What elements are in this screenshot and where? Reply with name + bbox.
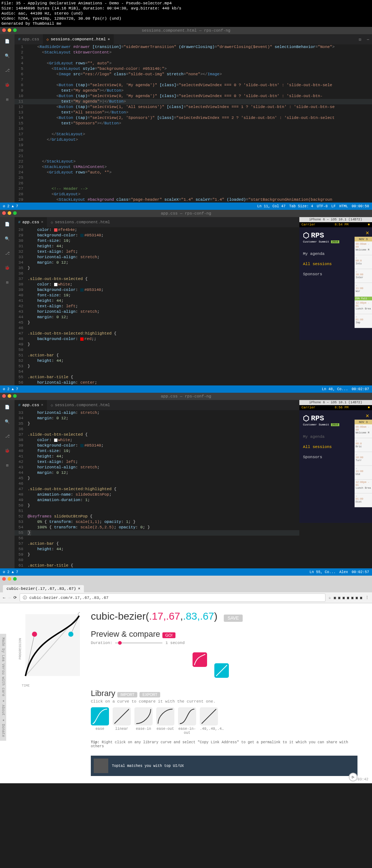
duration-control: Duration: 1 second: [91, 641, 357, 645]
code-editor[interactable]: 1 <RadSideDrawer #drawer [transition]="s…: [15, 44, 372, 203]
reload-icon[interactable]: ⟳: [13, 595, 17, 600]
donate-sidebar[interactable]: Made by Lea Verou with care ★ About ★ Do…: [0, 634, 6, 741]
status-line-ending[interactable]: LF: [331, 204, 336, 208]
status-errors[interactable]: ⊘ 2 ▲ 7: [3, 387, 18, 391]
event-item[interactable]: 08:00am - 09Welcome M: [355, 424, 372, 438]
event-item[interactable]: 12:00pm - 01Lunch Brea: [355, 480, 372, 493]
extensions-icon[interactable]: ⊞: [3, 95, 11, 103]
search-icon[interactable]: 🔍: [3, 417, 11, 425]
footer-ad[interactable]: Toptal matches you with top UI/UX: [91, 756, 357, 776]
menu-icon[interactable]: ⋮: [365, 595, 369, 600]
explorer-icon[interactable]: 📄: [3, 403, 11, 411]
browser-toolbar: ← → ⟳ ⓘ cubic-bezier.com/#.17,.67,.83,.6…: [0, 592, 372, 603]
tab-app-css[interactable]: #app.css×: [15, 217, 47, 227]
curve-ease-in-out[interactable]: ease-in-out: [178, 707, 196, 735]
curve-ease-out[interactable]: ease-out: [156, 707, 174, 735]
status-bar: ⊘ 2 ▲ 7 Ln 48, Co...00:02:07: [0, 385, 372, 393]
close-icon[interactable]: ×: [365, 413, 369, 420]
event-item[interactable]: 08:00am - 09Welcome M: [355, 241, 372, 255]
close-icon[interactable]: ×: [78, 587, 80, 591]
extensions-icons[interactable]: ▣ ▣ ▣ ▣ ▣ ▣ ▣: [334, 596, 362, 600]
status-line-col[interactable]: Ln 48, Co...: [322, 387, 348, 391]
bezier-curve-editor[interactable]: PROGRESSION TIME: [15, 611, 80, 683]
search-icon[interactable]: 🔍: [3, 52, 11, 60]
git-icon[interactable]: ⎇: [3, 432, 11, 440]
sim-event-list: NOV 3 08:00am - 09Welcome M ☆09:0Intu ☆1…: [355, 237, 372, 328]
control-point-2[interactable]: [68, 632, 73, 637]
status-encoding[interactable]: UTF-8: [317, 204, 328, 208]
control-point-1[interactable]: [32, 632, 37, 637]
tab-sessions-html[interactable]: ◇sessions.component.html●: [43, 34, 114, 44]
event-item[interactable]: ☆09:0Bric: [355, 438, 372, 452]
x-axis-label: TIME: [22, 684, 30, 688]
curve-ease[interactable]: ease: [91, 707, 109, 735]
close-icon[interactable]: ×: [41, 220, 44, 224]
event-item[interactable]: ☆01:00Dist: [355, 493, 372, 507]
event-item[interactable]: ☆10:00Inter: [355, 269, 372, 283]
explorer-icon[interactable]: 📄: [3, 220, 11, 228]
export-button[interactable]: EXPORT: [140, 692, 160, 697]
sim-statusbar: Carrier8:54 PM■: [299, 222, 372, 227]
titlebar: app.css — rps-conf-ng: [0, 393, 372, 400]
curve-custom[interactable]: .49,.49,.4…: [200, 707, 218, 735]
titlebar: app.css — rps-conf-ng: [0, 210, 372, 217]
status-tab-size[interactable]: Tab Size: 4: [289, 204, 313, 208]
curve-ease-in[interactable]: ease-in: [134, 707, 153, 735]
play-icon[interactable]: ▷: [349, 773, 357, 781]
back-icon[interactable]: ←: [3, 596, 5, 600]
event-item[interactable]: 12:00pm - 01Lunch Brea: [355, 300, 372, 314]
status-errors[interactable]: ⊘ 2 ▲ 7: [3, 570, 18, 574]
extensions-icon[interactable]: ⊞: [3, 278, 11, 286]
file-name: File: 35 - Applying Declarative Animatio…: [1, 1, 371, 6]
sim-device-label: iPhone 6 – iOS 10.1 (14B72): [299, 217, 372, 222]
window-controls[interactable]: [2, 28, 17, 32]
ios-simulator: iPhone 6 – iOS 10.1 (14B72) Carrier8:54 …: [299, 217, 372, 344]
status-line-col[interactable]: Ln 55, Co...: [310, 570, 336, 574]
debug-icon[interactable]: 🐞: [3, 264, 11, 272]
minimize-icon[interactable]: [8, 28, 11, 32]
more-icon[interactable]: ⋯: [364, 35, 372, 43]
maximize-icon[interactable]: [13, 28, 17, 32]
curve-library: ease linear ease-in ease-out ease-in-out…: [91, 707, 357, 735]
star-icon[interactable]: ☆: [328, 595, 331, 600]
close-icon[interactable]: ×: [41, 403, 44, 407]
git-icon[interactable]: ⎇: [3, 66, 11, 74]
tab-dirty-icon[interactable]: ●: [108, 37, 110, 41]
window-title: sessions.component.html — rps-conf-ng: [142, 28, 230, 33]
tab-sessions-html[interactable]: ◇sessions.component.html: [47, 217, 113, 227]
debug-icon[interactable]: 🐞: [3, 447, 11, 455]
url-bar[interactable]: ⓘ cubic-bezier.com/#.17,.67,.83,.67: [20, 593, 326, 602]
split-icon[interactable]: ⊡: [356, 35, 364, 43]
extensions-icon[interactable]: ⊞: [3, 461, 11, 469]
forward-icon[interactable]: →: [8, 596, 11, 600]
status-language[interactable]: HTML: [339, 204, 348, 208]
debug-icon[interactable]: 🐞: [3, 81, 11, 89]
event-item[interactable]: ☆11:00Wor: [355, 283, 372, 297]
tab-app-css[interactable]: #app.css×: [15, 400, 47, 410]
curve-linear[interactable]: linear: [113, 707, 131, 735]
file-info-header: File: 35 - Applying Declarative Animatio…: [0, 0, 372, 27]
status-line-col[interactable]: Ln 11, Col 47: [257, 204, 286, 208]
go-button[interactable]: GO!: [162, 632, 175, 638]
close-icon[interactable]: [2, 28, 6, 32]
ios-simulator: iPhone 6 – iOS 10.1 (14B72) Carrier8:56 …: [299, 400, 372, 527]
search-icon[interactable]: 🔍: [3, 235, 11, 243]
explorer-icon[interactable]: 📄: [3, 37, 11, 45]
tab-app-css[interactable]: #app.css: [15, 34, 43, 44]
close-icon[interactable]: ×: [365, 230, 369, 237]
event-item[interactable]: ☆10:00Turr: [355, 452, 372, 466]
status-errors[interactable]: ⊘ 2 ▲ 7: [3, 204, 18, 208]
preview-swatch-current[interactable]: [193, 652, 207, 667]
browser-tab[interactable]: cubic-bezier(.17,.67,.83,.67) ×: [3, 585, 84, 592]
event-item[interactable]: ☆11:00Use: [355, 466, 372, 480]
event-item[interactable]: ☆01:00Imp: [355, 314, 372, 328]
duration-slider[interactable]: [115, 642, 162, 644]
tab-sessions-html[interactable]: ◇sessions.component.html: [47, 400, 113, 410]
timestamp: 00:00:58: [352, 204, 369, 208]
event-item[interactable]: ☆09:0Intu: [355, 255, 372, 269]
import-button[interactable]: IMPORT: [117, 692, 137, 697]
file-generator: Generated by Thumbnail me: [1, 21, 371, 26]
save-button[interactable]: SAVE: [224, 615, 242, 622]
preview-swatch-compare[interactable]: [214, 663, 229, 678]
git-icon[interactable]: ⎇: [3, 249, 11, 257]
